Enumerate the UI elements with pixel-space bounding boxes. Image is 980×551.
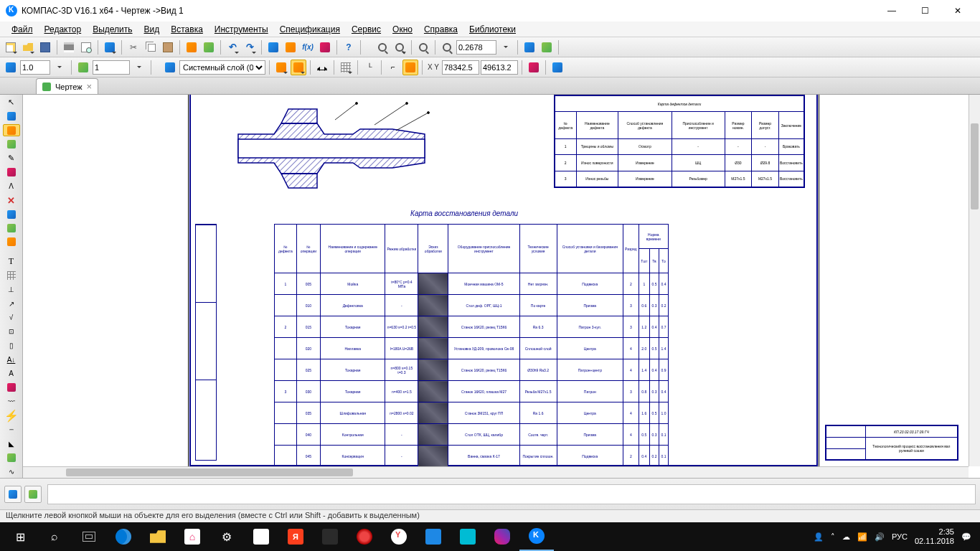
properties-copy-button[interactable] (201, 39, 217, 55)
zoom-scale-button[interactable] (439, 39, 455, 55)
redraw-button[interactable] (539, 39, 555, 55)
close-button[interactable]: ✕ (941, 0, 974, 22)
taskbar-store[interactable]: ⌂ (175, 522, 209, 551)
tray-onedrive-icon[interactable]: ☁ (842, 532, 850, 542)
print-preview-button[interactable] (78, 39, 94, 55)
ortho-button[interactable] (314, 60, 330, 75)
coord-x-input[interactable] (442, 60, 479, 75)
local-cs-button[interactable]: └ (362, 60, 377, 75)
open-button[interactable] (20, 39, 36, 55)
tool-spline[interactable]: ∿ (3, 466, 20, 478)
doc-tab-drawing[interactable]: Чертеж × (36, 78, 98, 94)
tool-wave[interactable]: 〰 (3, 395, 20, 408)
menu-service[interactable]: Сервис (346, 23, 387, 36)
menu-tools[interactable]: Инструменты (209, 23, 274, 36)
copy-button[interactable] (143, 39, 159, 55)
dim-tool-button[interactable] (526, 60, 542, 75)
tool-params[interactable] (3, 166, 20, 178)
props-button[interactable] (102, 39, 118, 55)
tool-tolerance[interactable]: ⊡ (3, 325, 20, 337)
tool-arrow[interactable]: A (3, 367, 20, 380)
taskbar-ybrowser[interactable] (382, 522, 416, 551)
undo-button[interactable]: ↶ (225, 39, 240, 55)
context-help-button[interactable]: ? (341, 39, 357, 55)
tray-chevron-up-icon[interactable]: ˄ (831, 532, 835, 542)
layer-select[interactable]: Системный слой (0) (179, 60, 265, 75)
pan-button[interactable] (522, 39, 537, 55)
tool-weld[interactable]: ◣ (3, 438, 20, 450)
zoom-dynamic-button[interactable] (392, 39, 407, 55)
tool-select[interactable]: ↖ (3, 96, 20, 108)
tool-section-line[interactable]: A↓ (3, 353, 20, 365)
variables-button[interactable]: f(x) (300, 39, 316, 55)
taskbar-yandex[interactable]: Я (278, 522, 313, 551)
menu-view[interactable]: Вид (138, 23, 166, 36)
grid-button[interactable] (338, 60, 354, 75)
taskbar-app-dark[interactable] (313, 522, 347, 551)
format-painter-button[interactable] (184, 39, 199, 55)
print-button[interactable] (61, 39, 77, 55)
menu-libs[interactable]: Библиотеки (463, 23, 522, 36)
layers-button[interactable] (162, 60, 178, 75)
tree-button[interactable] (550, 60, 565, 75)
zoom-window-button[interactable] (374, 39, 390, 55)
tool-dimensions[interactable] (3, 124, 20, 137)
style-button[interactable] (273, 60, 289, 75)
tool-center[interactable] (3, 381, 20, 393)
redo-button[interactable]: ↷ (242, 39, 258, 55)
tool-datum[interactable]: ▯ (3, 339, 20, 352)
tray-clock[interactable]: 2:35 02.11.2018 (915, 527, 954, 546)
taskbar-photos[interactable] (451, 522, 485, 551)
menu-window[interactable]: Окно (387, 23, 418, 36)
prop-panel-button-1[interactable] (4, 486, 22, 503)
tool-chamfer[interactable] (3, 451, 20, 463)
tool-notation[interactable] (3, 138, 20, 150)
taskbar-settings[interactable]: ⚙ (209, 522, 244, 551)
tool-edit[interactable]: ✎ (3, 152, 20, 164)
tool-measure[interactable]: Λ (3, 180, 20, 192)
taskbar-app-1[interactable] (244, 522, 278, 551)
tool-break[interactable]: ⎓ (3, 423, 20, 435)
parametric-toggle[interactable] (402, 60, 418, 75)
taskbar-mail[interactable] (416, 522, 451, 551)
scale-input[interactable] (20, 60, 50, 75)
tool-leader[interactable]: ↗ (3, 297, 20, 309)
menu-file[interactable]: Файл (6, 23, 39, 36)
tool-insert[interactable] (3, 236, 20, 248)
menu-help[interactable]: Справка (418, 23, 463, 36)
zoom-fit-button[interactable] (415, 39, 431, 55)
prop-panel-button-2[interactable] (24, 486, 42, 503)
cut-button[interactable]: ✂ (126, 39, 141, 55)
tray-notifications-icon[interactable]: 💬 (961, 532, 971, 542)
tool-table[interactable] (3, 270, 20, 282)
snap-toggle[interactable] (291, 60, 306, 75)
new-button[interactable] (3, 39, 19, 55)
menu-spec[interactable]: Спецификация (274, 23, 346, 36)
menu-editor[interactable]: Редактор (39, 23, 88, 36)
view-number-input[interactable] (93, 60, 130, 75)
paste-button[interactable] (160, 39, 176, 55)
doc-tab-close[interactable]: × (87, 81, 93, 92)
taskbar-opera[interactable] (347, 522, 382, 551)
round-button[interactable]: ⌐ (385, 60, 401, 75)
zoom-dropdown[interactable] (498, 39, 514, 55)
start-button[interactable]: ⊞ (3, 522, 37, 551)
coord-y-input[interactable] (481, 60, 518, 75)
tray-network-icon[interactable]: 📶 (857, 532, 867, 542)
taskbar-kompas[interactable] (519, 522, 554, 551)
drawing-canvas[interactable]: Карта дефектов детали № дефекта Наименов… (23, 95, 969, 466)
save-button[interactable] (37, 39, 53, 55)
current-view-button[interactable] (3, 60, 19, 75)
menu-select[interactable]: Выделить (87, 23, 138, 36)
tool-text[interactable]: T (3, 255, 20, 268)
vertical-scrollbar[interactable] (969, 95, 980, 466)
tray-volume-icon[interactable]: 🔊 (875, 532, 885, 542)
measure-button[interactable] (317, 39, 333, 55)
maximize-button[interactable]: ☐ (908, 0, 941, 22)
taskbar-explorer[interactable] (141, 522, 175, 551)
view-number-dropdown[interactable] (131, 60, 147, 75)
taskbar-paint[interactable] (485, 522, 519, 551)
tool-cross[interactable]: ✕ (3, 194, 20, 206)
taskbar-taskview[interactable] (72, 522, 106, 551)
scale-dropdown[interactable] (52, 60, 67, 75)
